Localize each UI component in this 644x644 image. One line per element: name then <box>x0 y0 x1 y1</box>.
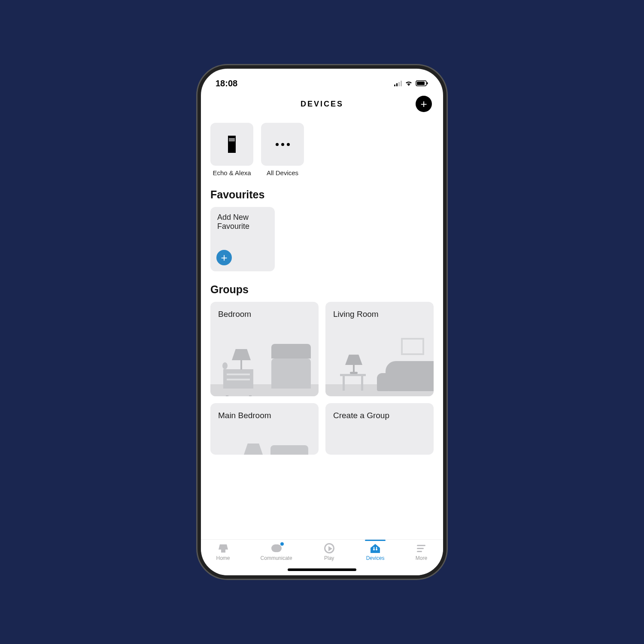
tab-home[interactable]: Home <box>216 543 230 561</box>
svg-rect-1 <box>417 82 425 85</box>
groups-heading: Groups <box>210 283 434 296</box>
tab-play[interactable]: Play <box>323 543 336 561</box>
quick-tiles: Echo & Alexa All Devices <box>210 123 434 176</box>
svg-rect-7 <box>376 547 377 549</box>
status-bar: 18:08 <box>201 69 443 92</box>
play-icon <box>323 543 336 553</box>
screen: 18:08 DEVICES + Ech <box>201 69 443 575</box>
main-bedroom-illustration <box>210 403 319 455</box>
add-device-button[interactable]: + <box>416 96 432 112</box>
page-header: DEVICES + <box>201 92 443 116</box>
plus-circle-icon: + <box>216 250 232 265</box>
ellipsis-icon <box>276 143 290 146</box>
svg-rect-3 <box>221 550 225 553</box>
svg-rect-2 <box>427 82 428 84</box>
tile-all-devices[interactable]: All Devices <box>261 123 304 176</box>
bedroom-illustration <box>210 340 319 396</box>
tab-communicate[interactable]: Communicate <box>261 543 292 561</box>
fav-label-line2: Favourite <box>217 222 268 231</box>
tab-label: Home <box>216 555 230 561</box>
tab-more[interactable]: More <box>415 543 428 561</box>
volume-button <box>197 180 198 206</box>
status-icons <box>394 79 428 88</box>
group-bedroom[interactable]: Bedroom <box>210 302 319 396</box>
group-label: Bedroom <box>218 310 251 319</box>
home-icon <box>217 543 230 553</box>
group-living-room[interactable]: Living Room <box>325 302 434 396</box>
fav-label-line1: Add New <box>217 213 268 222</box>
battery-icon <box>416 79 428 88</box>
devices-icon <box>369 543 382 553</box>
cellular-icon <box>394 80 402 86</box>
group-main-bedroom[interactable]: Main Bedroom <box>210 403 319 455</box>
svg-rect-6 <box>374 547 374 549</box>
clock: 18:08 <box>216 79 237 88</box>
volume-button <box>197 262 198 305</box>
content: Echo & Alexa All Devices Favourites Add … <box>201 116 443 539</box>
groups-grid: Bedroom Living Room <box>210 302 434 455</box>
tab-bar: Home Communicate Play Devices <box>201 539 443 575</box>
chat-icon <box>270 543 283 553</box>
power-button <box>446 210 447 270</box>
tile-label: Echo & Alexa <box>210 169 253 176</box>
page-title: DEVICES <box>301 100 343 109</box>
group-label: Living Room <box>333 310 379 319</box>
plus-icon: + <box>420 97 427 111</box>
svg-point-5 <box>376 549 377 550</box>
group-create[interactable]: Create a Group <box>325 403 434 455</box>
svg-point-4 <box>373 549 375 550</box>
add-favourite-card[interactable]: Add New Favourite + <box>210 207 275 271</box>
livingroom-illustration <box>325 340 434 396</box>
echo-device-icon <box>228 136 236 153</box>
wifi-icon <box>404 79 413 88</box>
tile-echo-alexa[interactable]: Echo & Alexa <box>210 123 253 176</box>
group-label: Create a Group <box>333 411 389 420</box>
notification-dot-icon <box>280 542 284 546</box>
tab-label: Play <box>324 555 334 561</box>
favourites-heading: Favourites <box>210 188 434 201</box>
tab-devices[interactable]: Devices <box>366 543 385 561</box>
tab-label: More <box>416 555 427 561</box>
more-icon <box>415 543 428 553</box>
phone-frame: 18:08 DEVICES + Ech <box>197 65 447 579</box>
tile-label: All Devices <box>261 169 304 176</box>
volume-button <box>197 213 198 255</box>
home-indicator[interactable] <box>288 568 356 571</box>
tab-label: Communicate <box>261 555 292 561</box>
tab-label: Devices <box>366 555 385 561</box>
